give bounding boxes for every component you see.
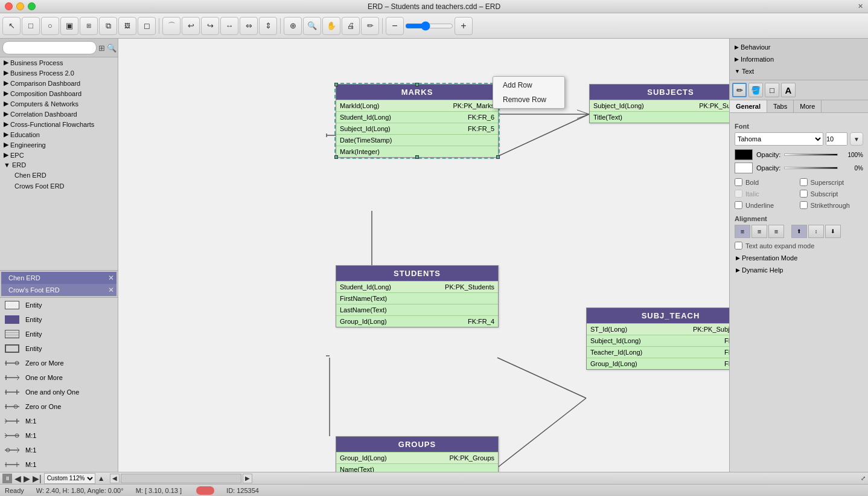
valign-bottom-btn[interactable]: ⬇ — [825, 225, 841, 238]
sidebar-item-erd[interactable]: ▼ ERD — [0, 160, 118, 170]
shape-m1-d[interactable]: M:1 — [0, 457, 118, 472]
pan-tool[interactable]: ✋ — [322, 17, 340, 35]
close-crows-tab[interactable]: ✕ — [108, 286, 114, 294]
group-tool[interactable]: ⧉ — [99, 17, 117, 35]
search-input[interactable] — [2, 41, 97, 54]
rp-auto-expand-check[interactable]: Text auto expand mode — [735, 242, 863, 250]
diagram-canvas[interactable]: MARKS MarkId(Long) PK:PK_Marks Student_I… — [118, 39, 729, 472]
rp-tab-general[interactable]: General — [730, 100, 767, 112]
rp-text-icon[interactable]: A — [781, 83, 796, 97]
subjects-row-0[interactable]: Subject_Id(Long) PK:PK_Subjects — [590, 100, 729, 111]
font-size-down[interactable]: ▼ — [850, 132, 863, 146]
groups-row-0[interactable]: Group_Id(Long) PK:PK_Groups — [336, 452, 498, 463]
ellipse-tool[interactable]: ○ — [41, 17, 59, 35]
undo-tool[interactable]: ↩ — [182, 17, 200, 35]
marks-row-3[interactable]: Date(TimeStamp) — [336, 134, 498, 146]
active-tab-crows[interactable]: Crow's Foot ERD ✕ — [1, 284, 116, 296]
sidebar-item-comparison[interactable]: ▶ Comparison Dashboard — [0, 78, 118, 88]
shape-entity-4[interactable]: Entity — [0, 341, 118, 356]
scroll-left-btn[interactable]: ◀ — [110, 474, 120, 483]
students-row-3[interactable]: Group_Id(Long) FK:FR_4 — [336, 315, 498, 327]
expand-btn[interactable]: ⤢ — [861, 475, 866, 482]
grid-tool[interactable]: ▣ — [60, 17, 78, 35]
image-tool[interactable]: 🖼 — [118, 17, 136, 35]
zoom-up-btn[interactable]: ▲ — [98, 474, 105, 483]
handle-br[interactable] — [496, 155, 500, 159]
rp-bold-check[interactable]: Bold — [735, 178, 799, 186]
search-canvas-tool[interactable]: 🔍 — [303, 17, 321, 35]
sidebar-item-chen-erd[interactable]: Chen ERD — [0, 170, 118, 181]
subjects-row-1[interactable]: Title(Text) — [590, 111, 729, 123]
shape-m1-b[interactable]: M:1 — [0, 428, 118, 443]
font-family-select[interactable]: Tahoma — [735, 132, 823, 146]
shape-m1-a[interactable]: M:1 — [0, 414, 118, 428]
rp-information-section[interactable]: ▶ Information — [733, 53, 864, 65]
marks-row-1[interactable]: Student_Id(Long) FK:FR_6 — [336, 111, 498, 123]
rp-box-icon[interactable]: □ — [765, 83, 779, 97]
zoom-slider[interactable] — [405, 21, 453, 31]
scroll-right-btn[interactable]: ▶ — [243, 474, 252, 483]
rp-underline-check[interactable]: Underline — [735, 201, 799, 209]
close-chen-tab[interactable]: ✕ — [108, 274, 114, 282]
zoom-in-tool[interactable]: + — [455, 17, 473, 35]
groups-row-1[interactable]: Name(Text) — [336, 463, 498, 472]
zoom-select[interactable]: Custom 112% 50% 75% 100% 125% 150% 200% — [44, 473, 95, 484]
color-swatch-2[interactable] — [735, 163, 753, 173]
students-row-1[interactable]: FirstName(Text) — [336, 292, 498, 304]
active-tab-chen[interactable]: Chen ERD ✕ — [1, 272, 116, 284]
last-btn[interactable]: ▶| — [33, 474, 42, 483]
select-tool[interactable]: ↖ — [2, 17, 21, 35]
handle-tm[interactable] — [415, 83, 419, 86]
rp-tab-tabs[interactable]: Tabs — [767, 100, 794, 112]
arrow-tool[interactable]: ↔ — [220, 17, 238, 35]
print-tool[interactable]: 🖨 — [342, 17, 360, 35]
rp-dynamic-help[interactable]: ▶ Dynamic Help — [735, 264, 863, 276]
color-swatch-1[interactable] — [735, 149, 753, 160]
valign-top-btn[interactable]: ⬆ — [791, 225, 807, 238]
rp-pencil-icon[interactable]: ✏ — [732, 83, 747, 97]
table-marks[interactable]: MARKS MarkId(Long) PK:PK_Marks Student_I… — [336, 84, 499, 158]
shape-entity-2[interactable]: Entity — [0, 312, 118, 327]
subj-teach-row-1[interactable]: Subject_Id(Long) FK:FR_3 — [587, 335, 729, 346]
rp-strikethrough-check[interactable]: Strikethrough — [800, 201, 864, 209]
opacity-slider-2[interactable] — [784, 167, 838, 169]
zoom-fit-tool[interactable]: ⊕ — [284, 17, 302, 35]
shape-entity-3[interactable]: Entity — [0, 327, 118, 341]
marks-row-0[interactable]: MarkId(Long) PK:PK_Marks — [336, 100, 498, 111]
window-close[interactable]: ✕ — [858, 2, 863, 10]
crop-tool[interactable]: ◻ — [138, 17, 156, 35]
curve-tool[interactable]: ⌒ — [162, 17, 180, 35]
connector-tool[interactable]: ⇔ — [240, 17, 258, 35]
table-students[interactable]: STUDENTS Student_Id(Long) PK:PK_Students… — [336, 265, 499, 327]
valign-middle-btn[interactable]: ↕ — [808, 225, 824, 238]
marks-row-2[interactable]: Subject_Id(Long) FK:FR_5 — [336, 123, 498, 134]
prev-btn[interactable]: ◀ — [14, 474, 21, 483]
line-tool[interactable]: ⇕ — [259, 17, 277, 35]
rect-tool[interactable]: □ — [22, 17, 40, 35]
grid-view-icon[interactable]: ⊞ — [98, 41, 105, 54]
shape-one-more[interactable]: One or More — [0, 370, 118, 385]
search-icon[interactable]: 🔍 — [107, 41, 116, 54]
handle-bm[interactable] — [415, 155, 419, 159]
rp-presentation-mode[interactable]: ▶ Presentation Mode — [735, 252, 863, 264]
table-groups[interactable]: GROUPS Group_Id(Long) PK:PK_Groups Name(… — [336, 436, 499, 472]
ctx-remove-row[interactable]: Remove Row — [493, 92, 564, 107]
subj-teach-row-3[interactable]: Group_Id(Long) FK:FR_1 — [587, 358, 729, 369]
close-button[interactable] — [5, 2, 13, 10]
table-subj-teach[interactable]: SUBJ_TEACH ST_Id(Long) PK:PK_Subj_Teach … — [586, 308, 729, 370]
rp-behaviour-section[interactable]: ▶ Behaviour — [733, 41, 864, 53]
sidebar-item-engineering[interactable]: ▶ Engineering — [0, 140, 118, 150]
sidebar-item-correlation[interactable]: ▶ Correlation Dashboard — [0, 109, 118, 119]
rp-superscript-check[interactable]: Superscript — [800, 178, 864, 186]
pause-btn[interactable]: ⏸ — [2, 474, 12, 483]
sidebar-item-crossfunc[interactable]: ▶ Cross-Functional Flowcharts — [0, 119, 118, 129]
rp-paint-icon[interactable]: 🪣 — [748, 83, 763, 97]
maximize-button[interactable] — [28, 2, 36, 10]
shape-one-only[interactable]: One and only One — [0, 385, 118, 399]
align-right-btn[interactable]: ≡ — [768, 225, 784, 238]
table-subjects[interactable]: SUBJECTS Subject_Id(Long) PK:PK_Subjects… — [589, 84, 729, 123]
scroll-track[interactable] — [121, 474, 241, 483]
shape-zero-one[interactable]: Zero or One — [0, 399, 118, 414]
redo-tool[interactable]: ↪ — [201, 17, 219, 35]
font-size-input[interactable] — [826, 132, 847, 146]
